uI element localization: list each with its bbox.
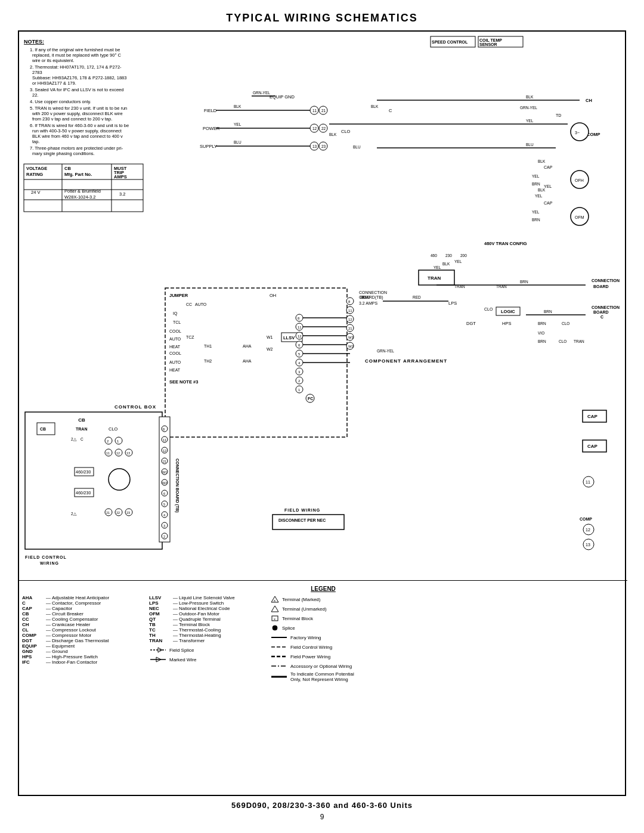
svg-text:21: 21 [163,460,166,463]
legend-field-power-wiring: Field Power Wiring [270,652,389,661]
control-box-label: CONTROL BOX [22,404,249,410]
svg-text:Mfg. Part No.: Mfg. Part No. [64,172,92,177]
legend-col4 [391,595,624,683]
svg-text:BLK: BLK [371,104,379,109]
terminal-marked-icon: x [270,595,280,603]
legend-item-llsv: LLSV—Liquid Line Solenoid Valve [149,595,268,600]
factory-wiring-icon [270,633,288,642]
svg-text:BRN: BRN [532,182,540,186]
svg-text:4: 4 [163,513,165,517]
svg-text:3.2 AMPS: 3.2 AMPS [359,301,377,305]
svg-text:SUPPLY: SUPPLY [200,144,217,149]
svg-text:BRN: BRN [538,339,546,343]
svg-text:wire or its equivalent.: wire or its equivalent. [32,58,74,63]
svg-text:JUMPER: JUMPER [169,293,188,298]
svg-text:RATING: RATING [26,172,43,177]
legend-item-cap: CAP—Capacitor [22,606,147,611]
legend-factory-wiring: Factory Wiring [270,633,389,642]
svg-text:YEL: YEL [234,122,242,126]
svg-text:BLK: BLK [538,188,546,192]
svg-text:21: 21 [348,327,352,330]
svg-text:HEAT: HEAT [169,345,181,349]
legend-terminal-unmarked: Terminal (Unmarked) [270,605,389,613]
legend-item-c: C—Contactor, Compressor [22,600,147,606]
svg-text:HPS: HPS [502,321,511,326]
svg-text:BLK: BLK [234,104,242,109]
legend-item-nec: NEC—National Electrical Code [149,606,268,611]
svg-text:CB: CB [40,427,46,431]
svg-text:2△: 2△ [71,512,77,516]
svg-text:460/230: 460/230 [76,491,91,495]
svg-text:12: 12 [312,126,317,131]
svg-text:23: 23 [126,511,130,515]
legend-terminal-block: x Terminal Block [270,614,389,623]
right-components-svg: CAP CAP 11 COMP 12 [535,404,624,565]
svg-text:FC: FC [308,397,313,401]
svg-text:AUTO: AUTO [169,360,181,364]
svg-text:COOL: COOL [169,351,181,355]
control-box-container: CONTROL BOX CB CONNECTION BOARD (TB) 8 [22,404,249,565]
svg-text:FIELD: FIELD [204,108,217,113]
field-wiring-svg: FIELD WIRING DISCONNECT PER NEC [255,404,434,565]
svg-text:BLK: BLK [538,159,546,163]
svg-text:7.  Three-phase motors are pro: 7. Three-phase motors are protected unde… [30,145,123,151]
svg-text:BRN: BRN [538,321,546,326]
svg-text:BRN: BRN [544,309,552,314]
svg-text:3~: 3~ [575,131,580,135]
svg-text:11: 11 [163,438,166,442]
legend-field-splice: Field Splice [149,646,268,654]
svg-text:460V TRAN CONFIG: 460V TRAN CONFIG [484,241,527,246]
svg-text:TD: TD [556,113,561,117]
svg-text:12: 12 [163,449,166,453]
svg-text:CONNECTION: CONNECTION [592,305,620,309]
svg-text:VOLTAGE: VOLTAGE [26,166,47,171]
svg-text:YEL: YEL [434,265,441,270]
svg-text:RED: RED [413,295,421,299]
svg-text:SPEED CONTROL: SPEED CONTROL [432,40,468,44]
svg-text:from 230 v tap and connect to : from 230 v tap and connect to 200 v tap. [32,116,112,122]
svg-text:EQUIP GND: EQUIP GND [270,94,295,100]
svg-text:12: 12 [116,451,120,455]
svg-text:COIL TEMP: COIL TEMP [479,38,502,42]
svg-text:CAP: CAP [544,201,553,205]
svg-text:SENSOR: SENSOR [479,42,497,47]
svg-text:W28X-1024-3.2: W28X-1024-3.2 [64,194,96,200]
svg-text:CLO: CLO [341,129,351,134]
svg-text:AHA: AHA [243,359,252,363]
svg-text:BOARD: BOARD [593,284,609,289]
common-potential-icon [270,673,288,681]
svg-text:8: 8 [163,428,165,431]
svg-text:TRAN: TRAN [574,339,584,343]
svg-text:C: C [80,437,83,441]
svg-text:11: 11 [298,326,302,329]
field-power-wiring-icon [270,652,288,661]
svg-text:12: 12 [586,528,590,532]
svg-text:BLU: BLU [526,143,534,147]
svg-text:12: 12 [348,318,352,321]
svg-text:GRN-YEL: GRN-YEL [253,91,270,95]
svg-text:LPS: LPS [448,301,457,306]
svg-text:CONNECTION: CONNECTION [592,278,620,283]
splice-icon [270,624,280,632]
svg-text:OFM: OFM [575,215,584,219]
svg-text:11: 11 [586,480,590,484]
svg-text:BRN: BRN [520,280,528,284]
svg-text:COOL: COOL [169,329,181,333]
legend-col1: AHA—Adjustable Heat Anticipator C—Contac… [22,595,147,683]
svg-text:CAP: CAP [587,414,598,419]
svg-text:LOGIC: LOGIC [501,309,515,314]
svg-text:12: 12 [298,335,302,338]
marked-wire-icon [149,655,167,664]
svg-text:460: 460 [431,253,437,258]
svg-text:6.  If TRAN is wired for 460-3: 6. If TRAN is wired for 460-3-60 v and u… [30,123,129,128]
page-number: 9 [320,813,324,821]
svg-text:NOTES:: NOTES: [24,39,44,45]
accessory-wiring-icon [270,662,288,670]
main-content: NOTES: 1. If any of the original wire fu… [18,30,626,796]
svg-text:460/230: 460/230 [76,470,91,474]
svg-text:21: 21 [321,109,326,113]
svg-text:WIRING: WIRING [40,561,59,565]
svg-text:2△: 2△ [71,437,77,441]
legend-item-lps: LPS—Low-Pressure Switch [149,600,268,606]
svg-text:with 200 v power supply, disco: with 200 v power supply, disconnect BLK … [32,111,123,116]
